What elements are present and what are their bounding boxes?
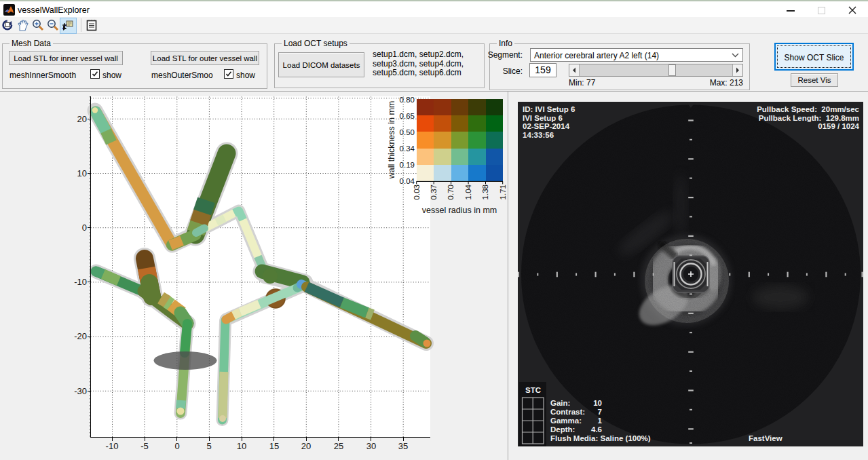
svg-text:10: 10 bbox=[593, 399, 602, 407]
svg-text:FastView: FastView bbox=[749, 434, 782, 442]
svg-text:Pullback Length: 129.8mm: Pullback Length: 129.8mm bbox=[759, 114, 859, 122]
svg-text:Contrast:: Contrast: bbox=[550, 408, 585, 416]
svg-text:Gain:: Gain: bbox=[550, 399, 570, 407]
svg-text:1.38: 1.38 bbox=[481, 185, 489, 199]
svg-text:1.71: 1.71 bbox=[499, 185, 507, 199]
svg-text:7: 7 bbox=[598, 408, 602, 416]
svg-text:0.80: 0.80 bbox=[400, 96, 415, 104]
svg-text:Pullback Speed: 20mm/sec: Pullback Speed: 20mm/sec bbox=[757, 105, 859, 113]
svg-text:IVI Setup 6: IVI Setup 6 bbox=[523, 114, 563, 122]
svg-text:Gamma:: Gamma: bbox=[550, 417, 582, 425]
svg-text:Depth:: Depth: bbox=[550, 425, 575, 434]
svg-text:0.19: 0.19 bbox=[400, 161, 415, 169]
svg-text:Flush Media: Saline (100%): Flush Media: Saline (100%) bbox=[550, 434, 651, 442]
svg-text:0.65: 0.65 bbox=[400, 112, 415, 120]
svg-text:ID: IVI Setup 6: ID: IVI Setup 6 bbox=[523, 105, 575, 113]
svg-text:0.50: 0.50 bbox=[400, 128, 415, 136]
svg-text:wall thickness in mm: wall thickness in mm bbox=[387, 101, 396, 180]
svg-text:1.04: 1.04 bbox=[464, 184, 472, 199]
svg-text:0.37: 0.37 bbox=[430, 185, 438, 199]
svg-text:STC: STC bbox=[525, 386, 541, 394]
svg-text:0159 / 1024: 0159 / 1024 bbox=[818, 122, 859, 130]
svg-text:0.03: 0.03 bbox=[413, 185, 421, 199]
svg-text:1: 1 bbox=[598, 417, 603, 425]
svg-text:0.04: 0.04 bbox=[400, 177, 415, 185]
svg-text:02-SEP-2014: 02-SEP-2014 bbox=[523, 122, 570, 130]
svg-text:vessel radius in mm: vessel radius in mm bbox=[422, 206, 497, 215]
svg-text:0.34: 0.34 bbox=[400, 145, 415, 153]
svg-text:14:33:56: 14:33:56 bbox=[523, 131, 554, 139]
svg-text:4.6: 4.6 bbox=[591, 425, 602, 434]
svg-text:0.70: 0.70 bbox=[447, 185, 455, 199]
